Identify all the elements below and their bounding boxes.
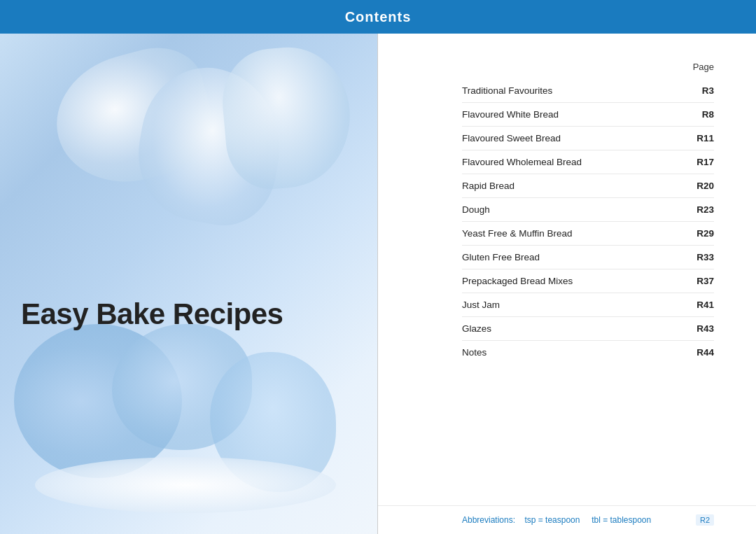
abbreviations-label: Abbreviations: [462, 515, 515, 525]
page-header: Contents [0, 0, 756, 34]
contents-area: Page Traditional FavouritesR3Flavoured W… [378, 34, 756, 505]
toc-item-page: R41 [686, 300, 714, 310]
toc-item: DoughR23 [462, 198, 714, 222]
page-footer: Abbreviations: tsp = teaspoon tbl = tabl… [378, 505, 756, 534]
bread-background [0, 34, 378, 534]
page-column-label: Page [693, 62, 714, 72]
toc-item: Traditional FavouritesR3 [462, 79, 714, 103]
bread-shape-3 [218, 43, 356, 193]
toc-item: Flavoured White BreadR8 [462, 103, 714, 127]
toc-item-name: Yeast Free & Muffin Bread [462, 228, 573, 239]
main-layout: Easy Bake Recipes Page Traditional Favou… [0, 34, 756, 534]
toc-item-page: R43 [686, 323, 714, 334]
toc-item-name: Flavoured Wholemeal Bread [462, 157, 582, 167]
header-title: Contents [345, 9, 412, 25]
tbl-label: tbl = tablespoon [592, 515, 651, 525]
toc-item-page: R8 [686, 109, 714, 120]
page-label-row: Page [462, 62, 714, 72]
toc-item-page: R3 [686, 85, 714, 96]
toc-item-name: Flavoured White Bread [462, 109, 559, 120]
toc-item-page: R37 [686, 276, 714, 286]
abbreviations: Abbreviations: tsp = teaspoon tbl = tabl… [462, 515, 651, 525]
book-title: Easy Bake Recipes [21, 297, 283, 331]
tsp-label: tsp = teaspoon [524, 515, 580, 525]
right-panel: Page Traditional FavouritesR3Flavoured W… [378, 34, 756, 534]
page-number: R2 [696, 514, 714, 526]
toc-item-page: R11 [686, 133, 714, 143]
toc-item: NotesR44 [462, 341, 714, 364]
toc-item: Flavoured Sweet BreadR11 [462, 127, 714, 150]
toc-item: Flavoured Wholemeal BreadR17 [462, 150, 714, 174]
toc-item-name: Glazes [462, 323, 491, 334]
toc-list: Traditional FavouritesR3Flavoured White … [462, 79, 714, 364]
toc-item-page: R23 [686, 204, 714, 215]
toc-item-page: R44 [686, 347, 714, 358]
toc-item: Yeast Free & Muffin BreadR29 [462, 222, 714, 246]
toc-item-name: Just Jam [462, 300, 500, 310]
toc-item-page: R17 [686, 157, 714, 167]
toc-item-name: Notes [462, 347, 486, 358]
toc-item-name: Gluten Free Bread [462, 252, 540, 262]
toc-item-name: Rapid Bread [462, 181, 514, 191]
toc-item-name: Traditional Favourites [462, 85, 552, 96]
toc-item-name: Flavoured Sweet Bread [462, 133, 561, 143]
toc-item: Just JamR41 [462, 293, 714, 317]
left-panel: Easy Bake Recipes [0, 34, 378, 534]
plate-shape [35, 457, 336, 513]
toc-item: Rapid BreadR20 [462, 174, 714, 198]
toc-item-name: Dough [462, 204, 490, 215]
toc-item-page: R20 [686, 181, 714, 191]
toc-item-page: R33 [686, 252, 714, 262]
toc-item: GlazesR43 [462, 317, 714, 341]
toc-item: Gluten Free BreadR33 [462, 246, 714, 269]
toc-item-page: R29 [686, 228, 714, 239]
toc-item: Prepackaged Bread MixesR37 [462, 269, 714, 293]
toc-item-name: Prepackaged Bread Mixes [462, 276, 573, 286]
